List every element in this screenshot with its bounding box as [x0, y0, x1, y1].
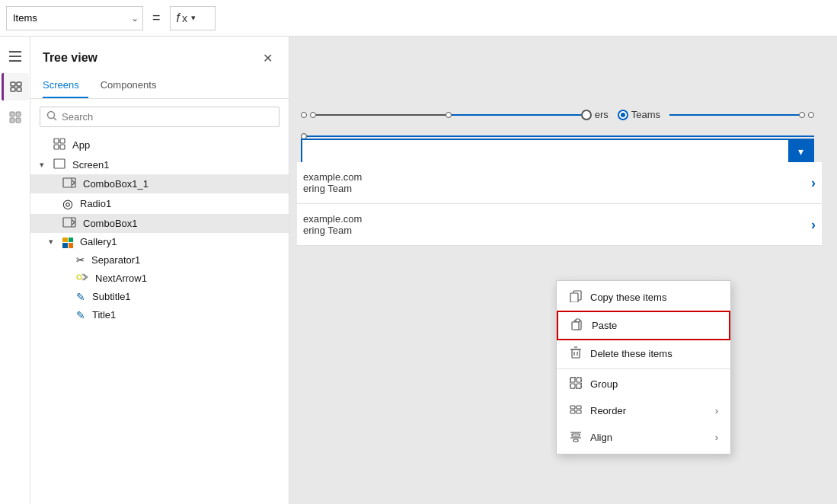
radio-connector-mid — [452, 114, 581, 116]
expand-icon-separator1 — [62, 255, 73, 264]
expand-icon-combobox1 — [49, 219, 59, 228]
context-menu-align-label: Align — [590, 432, 612, 443]
context-menu-paste-label: Paste — [592, 320, 617, 331]
expand-icon-subtitle1 — [62, 292, 73, 301]
radio-group-row: ers Teams — [301, 109, 814, 120]
tree-item-label-separator1: Separator1 — [91, 254, 140, 266]
context-menu-item-align[interactable]: Align › — [557, 424, 730, 451]
items-select-wrapper: Items — [6, 6, 143, 30]
tree-panel-header: Tree view ✕ — [30, 37, 289, 73]
context-menu-delete-label: Delete these items — [590, 348, 672, 359]
svg-rect-13 — [54, 139, 59, 143]
expand-icon-app — [40, 141, 50, 150]
context-menu-item-reorder[interactable]: Reorder › — [557, 397, 730, 424]
dropdown-arrow-btn[interactable]: ▾ — [788, 140, 813, 163]
svg-rect-17 — [54, 159, 65, 168]
context-menu-group-label: Group — [590, 378, 618, 390]
copy-icon — [569, 290, 583, 305]
tree-item-title1[interactable]: ✎ Title1 — [30, 306, 289, 324]
svg-rect-0 — [9, 51, 21, 53]
search-input[interactable] — [62, 111, 273, 123]
radio1-icon: ◎ — [62, 196, 73, 211]
app-icon — [53, 138, 65, 152]
svg-rect-20 — [63, 218, 75, 227]
hamburger-menu-button[interactable] — [2, 43, 29, 70]
delete-icon — [569, 346, 583, 361]
subtitle1-icon: ✎ — [76, 291, 85, 303]
tree-item-separator1[interactable]: ✂ Separator1 — [30, 251, 289, 269]
radio-connector-right — [669, 114, 799, 116]
align-icon — [569, 430, 583, 445]
sidebar-icons — [0, 37, 30, 504]
dropdown-chevron-icon: ▾ — [798, 145, 803, 158]
tree-item-app[interactable]: App — [30, 135, 289, 155]
svg-rect-7 — [10, 112, 14, 116]
svg-rect-37 — [570, 378, 582, 389]
context-menu-divider — [557, 368, 730, 369]
teams-item-2[interactable]: example.com ering Team › — [297, 204, 822, 246]
expand-icon-screen1: ▾ — [40, 160, 50, 170]
tree-item-combobox1[interactable]: ComboBox1 — [30, 214, 289, 233]
paste-icon — [570, 318, 584, 333]
items-select[interactable]: Items — [6, 6, 143, 30]
tree-tabs: Screens Components — [30, 73, 289, 99]
svg-rect-15 — [54, 145, 59, 149]
tree-item-label-app: App — [72, 139, 90, 151]
separator1-icon: ✂ — [76, 254, 85, 266]
teams-item-2-chevron: › — [811, 217, 816, 233]
screen1-icon — [53, 158, 65, 171]
svg-rect-27 — [572, 322, 579, 330]
tree-list: App ▾ Screen1 — [30, 135, 289, 504]
tree-item-gallery1[interactable]: ▾ Gallery1 — [30, 233, 289, 251]
svg-rect-43 — [572, 434, 580, 436]
tree-item-radio1[interactable]: ◎ Radio1 — [30, 193, 289, 214]
gallery1-icon — [62, 236, 73, 248]
close-tree-panel-button[interactable]: ✕ — [258, 49, 276, 67]
svg-rect-14 — [60, 139, 65, 143]
tree-view-button[interactable] — [2, 73, 29, 100]
context-menu-item-delete[interactable]: Delete these items — [557, 340, 730, 367]
tree-item-label-nextarrow1: NextArrow1 — [95, 273, 147, 284]
svg-rect-35 — [570, 384, 575, 388]
reorder-submenu-arrow: › — [715, 405, 718, 416]
nextarrow1-icon — [76, 272, 88, 285]
selection-handle-l[interactable] — [310, 112, 316, 118]
group-icon — [569, 377, 583, 391]
teams-item-1[interactable]: example.com ering Team › — [297, 162, 822, 204]
equals-symbol: = — [149, 10, 164, 26]
combobox1-icon — [62, 217, 76, 230]
search-box — [40, 107, 280, 127]
svg-rect-34 — [577, 378, 581, 382]
teams-list: example.com ering Team › example.com eri… — [297, 162, 822, 246]
svg-rect-33 — [570, 378, 575, 382]
svg-rect-39 — [577, 406, 581, 409]
expand-icon-nextarrow1 — [62, 273, 73, 282]
radio-label-teams: Teams — [631, 109, 660, 120]
tree-item-screen1[interactable]: ▾ Screen1 — [30, 155, 289, 174]
tab-components[interactable]: Components — [101, 73, 166, 98]
fx-bar[interactable]: f x ▾ — [170, 6, 216, 30]
context-menu-item-paste[interactable]: Paste — [557, 311, 730, 340]
expand-icon-gallery1: ▾ — [49, 237, 59, 247]
selection-handle-tl[interactable] — [301, 112, 307, 118]
context-menu-item-copy[interactable]: Copy these items — [557, 284, 730, 311]
context-menu-item-group[interactable]: Group — [557, 371, 730, 397]
svg-rect-1 — [9, 56, 21, 57]
selection-handle-m2[interactable] — [799, 112, 805, 118]
reorder-icon — [569, 404, 583, 418]
context-menu-copy-label: Copy these items — [590, 292, 666, 303]
selection-handle-tr[interactable] — [808, 112, 814, 118]
selection-handle-m1[interactable] — [446, 112, 452, 118]
components-button[interactable] — [2, 104, 29, 131]
tree-item-subtitle1[interactable]: ✎ Subtitle1 — [30, 288, 289, 306]
svg-rect-8 — [16, 112, 21, 116]
dropdown-box[interactable]: ▾ — [301, 139, 814, 164]
expand-icon-title1 — [62, 311, 73, 320]
tab-screens[interactable]: Screens — [43, 73, 88, 98]
svg-rect-36 — [577, 384, 581, 388]
combobox1_1-icon — [62, 177, 76, 190]
tree-item-combobox1_1[interactable]: ComboBox1_1 — [30, 174, 289, 193]
svg-rect-9 — [10, 118, 14, 123]
tree-item-nextarrow1[interactable]: NextArrow1 — [30, 269, 289, 288]
svg-rect-5 — [11, 88, 15, 91]
